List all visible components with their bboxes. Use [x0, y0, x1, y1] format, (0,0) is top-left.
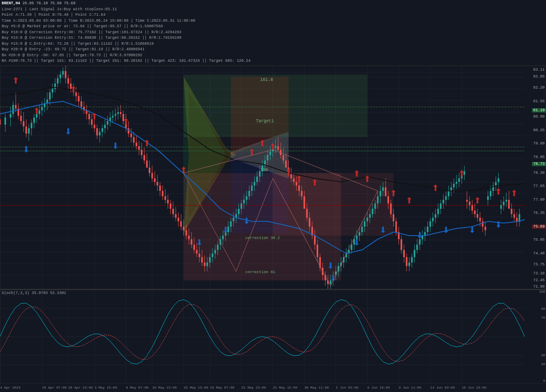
x-label: 9 Jun 11:00	[399, 386, 421, 389]
price-label: 77.00	[532, 198, 546, 202]
x-label: 16 Jun 19:00	[462, 386, 486, 389]
price-label: 72.45	[532, 278, 546, 282]
info-line-6: Buy #15:0 @ Correction Entry:51: 74.0983…	[2, 35, 544, 41]
x-label: 25 May 15:00	[273, 386, 298, 389]
osc-label: S(och(7,3,3) 33.9703 52.3301	[2, 291, 66, 295]
chart-title: BRENT,H4	[2, 1, 20, 6]
price-label: 73.10	[532, 271, 546, 276]
osc-label-100: 100	[539, 290, 545, 294]
price-label: 81.19	[532, 108, 546, 112]
oscillator-panel: S(och(7,3,3) 33.9703 52.3301 100 80 70 3…	[0, 289, 546, 383]
x-label: 8 May 07:00	[126, 386, 148, 389]
price-label: 82.85	[532, 75, 546, 79]
chart-title-line: BRENT,H4 26.05 76.18 75.69 75.69	[2, 1, 544, 7]
price-labels: 83.1182.8582.2081.5581.1980.9080.2579.60…	[525, 66, 546, 289]
x-label: 3 May 15:00	[94, 386, 117, 389]
info-panel: BRENT,H4 26.05 76.18 75.69 75.69 Line:23…	[0, 0, 546, 66]
osc-canvas	[0, 290, 546, 383]
x-label: 30 May 11:00	[304, 386, 329, 389]
osc-label-0: 0	[543, 379, 545, 383]
price-label: 82.20	[532, 86, 546, 90]
annotation-161: 161.8	[260, 78, 273, 82]
price-label: 78.30	[532, 171, 546, 175]
price-label: 80.90	[532, 115, 546, 119]
info-line-5: Buy #10:0 @ Correction Entry:38: 75.7716…	[2, 30, 544, 36]
x-label: 10 May 23:00	[152, 386, 177, 389]
price-label: 78.73	[532, 162, 546, 166]
price-info: 26.05 76.18 75.69 75.69	[23, 1, 76, 6]
price-label: 71.80	[532, 285, 546, 289]
x-label: 14 Jun 03:00	[430, 386, 455, 389]
x-label: 18 May 07:00	[210, 386, 235, 389]
x-label: 4 Apr 2023	[0, 386, 20, 389]
x-label: 2 Jun 03:00	[336, 386, 358, 389]
price-label: 80.25	[532, 128, 546, 133]
x-label: 15 May 15:00	[184, 386, 209, 389]
info-line-10: BA #100:78.73 || Target 161: 83.11162 ||…	[2, 58, 544, 64]
x-label: 28 Apr 23:00	[68, 386, 93, 389]
osc-label-30: 30	[541, 353, 545, 357]
annotation-target1: Target1	[256, 119, 274, 124]
main-canvas	[0, 66, 546, 289]
price-label: 76.35	[532, 211, 546, 215]
price-label: 81.55	[532, 99, 546, 104]
price-label: 75.05	[532, 238, 546, 242]
price-label: 79.60	[532, 141, 546, 146]
info-line-7: Buy #15:0 @ C_Entry:84: 72.28 || Target:…	[2, 41, 544, 47]
annotation-100: 100	[260, 168, 268, 173]
x-axis-labels: 4 Apr 202326 Apr 07:0028 Apr 23:003 May …	[0, 383, 525, 392]
price-label: 83.11	[532, 68, 546, 72]
x-label: 6 Jun 19:00	[367, 386, 390, 389]
chart-container: BRENT,H4 26.05 76.18 75.69 75.69 Line:23…	[0, 0, 546, 392]
main-chart[interactable]: 83.1182.8582.2081.5581.1980.9080.2579.60…	[0, 66, 546, 289]
info-line-2: Point A:71.39 | Point B:78.48 | Point C:…	[2, 12, 544, 18]
price-label: 73.75	[532, 262, 546, 267]
info-line-9: BA #20:0 @ Entry -50: 67.85 || Target:78…	[2, 53, 544, 59]
annotation-correction61: correction 61	[245, 270, 275, 274]
osc-label-80: 80	[541, 306, 545, 310]
price-label: 78.95	[532, 155, 546, 159]
x-label: 26 Apr 07:00	[42, 386, 67, 389]
info-line-4: Buy #5:0 @ Market price or at: 73.04 || …	[2, 24, 544, 30]
osc-label-70: 70	[541, 316, 545, 320]
x-axis: 4 Apr 202326 Apr 07:0028 Apr 23:003 May …	[0, 383, 546, 392]
info-line-1: Line:2371 | Last Signal is:Buy with stop…	[2, 7, 544, 13]
info-line-8: Buy #20:0 @ Entry -23: 69.72 || Target:8…	[2, 47, 544, 53]
price-label: 77.65	[532, 184, 546, 188]
x-label: 22 May 23:00	[241, 386, 266, 389]
info-line-3: Time A:2023.05.04 03:00:00 | Time B:2023…	[2, 18, 544, 24]
osc-label-20: 20	[541, 362, 545, 366]
price-label: 75.69	[532, 225, 546, 229]
annotation-correction38: correction 38.2	[245, 236, 280, 240]
price-label: 74.40	[532, 251, 546, 256]
